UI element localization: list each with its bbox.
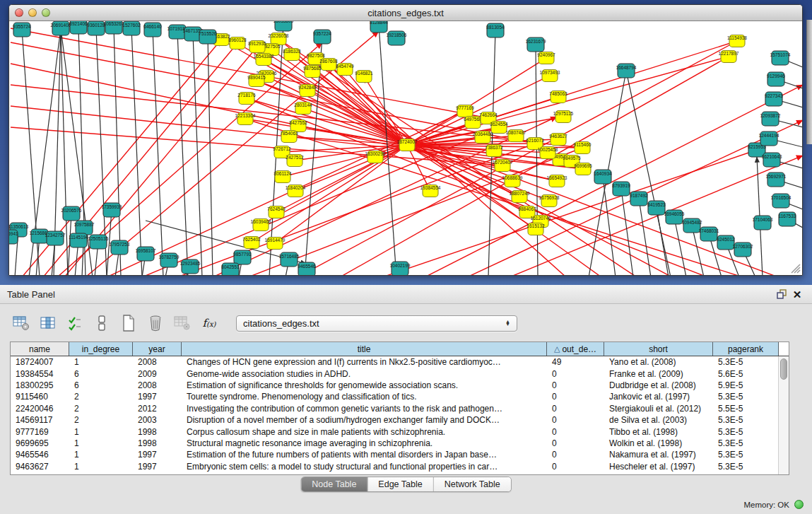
table-cell[interactable]: Investigating the contribution of common… bbox=[182, 404, 547, 414]
table-cell[interactable]: 9465546 bbox=[11, 450, 69, 460]
table-cell[interactable]: 5.3E-5 bbox=[713, 357, 779, 367]
column-header-short[interactable]: short bbox=[604, 342, 713, 356]
table-cell[interactable]: Dudbridge et al. (2008) bbox=[604, 380, 713, 390]
window-titlebar[interactable]: citations_edges.txt bbox=[9, 5, 802, 21]
black-edge[interactable] bbox=[626, 71, 671, 275]
table-cell[interactable]: de Silva et al. (2003) bbox=[604, 415, 713, 425]
delete-column-button[interactable] bbox=[146, 313, 165, 333]
table-cell[interactable]: 5.3E-5 bbox=[713, 438, 779, 448]
table-cell[interactable]: 1 bbox=[69, 438, 133, 448]
table-gear-button[interactable] bbox=[11, 313, 31, 333]
table-cell[interactable]: Estimation of the future numbers of pati… bbox=[182, 450, 547, 460]
table-cell[interactable]: 5.3E-5 bbox=[713, 415, 779, 425]
vertical-scrollbar[interactable] bbox=[778, 356, 789, 474]
black-edge[interactable] bbox=[153, 30, 163, 275]
network-canvas[interactable]: 1872400718300295193845542322605898275051… bbox=[9, 21, 802, 275]
table-cell[interactable]: Tibbo et al. (1998) bbox=[604, 427, 713, 437]
show-columns-button[interactable] bbox=[38, 313, 58, 333]
red-edge[interactable] bbox=[329, 64, 566, 275]
table-cell[interactable]: 0 bbox=[547, 438, 604, 448]
tab-node-table[interactable]: Node Table bbox=[301, 477, 367, 491]
table-cell[interactable]: 14569117 bbox=[11, 415, 69, 425]
table-cell[interactable]: 1997 bbox=[133, 450, 182, 460]
table-cell[interactable]: 9115460 bbox=[11, 392, 69, 402]
table-cell[interactable]: 0 bbox=[547, 450, 604, 460]
table-cell[interactable]: 0 bbox=[547, 415, 604, 425]
table-cell[interactable]: Yano et al. (2008) bbox=[604, 357, 713, 367]
column-header-title[interactable]: title bbox=[182, 342, 547, 356]
table-cell[interactable]: 5.3E-5 bbox=[713, 450, 779, 460]
tab-network-table[interactable]: Network Table bbox=[434, 477, 511, 491]
table-cell[interactable]: 2009 bbox=[133, 369, 182, 379]
table-cell[interactable]: 18724007 bbox=[11, 357, 69, 367]
table-row[interactable]: 946554611997Estimation of the future num… bbox=[11, 449, 789, 460]
window-resize-grip[interactable] bbox=[789, 262, 801, 274]
table-cell[interactable]: 49 bbox=[547, 357, 604, 367]
table-cell[interactable]: Stergiakouli et al. (2012) bbox=[604, 404, 713, 414]
column-header-pagerank[interactable]: pagerank bbox=[713, 342, 779, 356]
new-document-button[interactable] bbox=[119, 313, 139, 333]
table-cell[interactable]: 0 bbox=[547, 462, 604, 472]
red-edge[interactable] bbox=[245, 119, 743, 275]
table-cell[interactable]: 0 bbox=[547, 369, 604, 379]
minimize-window-icon[interactable] bbox=[28, 8, 37, 17]
red-edge[interactable] bbox=[382, 150, 757, 275]
table-cell[interactable]: 5.5E-5 bbox=[713, 404, 779, 414]
table-cell[interactable]: 19384554 bbox=[11, 369, 69, 379]
table-cell[interactable]: 1998 bbox=[133, 427, 182, 437]
table-cell[interactable]: Corpus callosum shape and size in male p… bbox=[182, 427, 547, 437]
table-cell[interactable]: 5.3E-5 bbox=[713, 392, 779, 402]
black-edge[interactable] bbox=[177, 32, 188, 275]
table-row[interactable]: 1872400712008Changes of HCN gene express… bbox=[11, 356, 789, 368]
table-row[interactable]: 946362711997Embryonic stem cells: a mode… bbox=[11, 461, 789, 472]
table-cell[interactable]: 2008 bbox=[133, 380, 182, 390]
column-header-name[interactable]: name bbox=[11, 342, 69, 356]
black-edge[interactable] bbox=[114, 27, 121, 275]
column-header-in_degree[interactable]: in_degree bbox=[69, 342, 133, 356]
tab-edge-table[interactable]: Edge Table bbox=[367, 477, 433, 491]
close-window-icon[interactable] bbox=[15, 8, 23, 17]
column-header-year[interactable]: year bbox=[133, 342, 182, 356]
table-selector-dropdown[interactable]: citations_edges.txt ▲▼ bbox=[236, 315, 517, 332]
column-domino-button[interactable] bbox=[92, 313, 112, 333]
table-cell[interactable]: Jankovic et al. (1997) bbox=[604, 392, 713, 402]
table-cell[interactable]: Structural magnetic resonance image aver… bbox=[182, 438, 547, 448]
red-edge[interactable] bbox=[252, 145, 407, 243]
table-cell[interactable]: 0 bbox=[547, 380, 604, 390]
table-row[interactable]: 1830029562008Estimation of significance … bbox=[11, 380, 789, 391]
table-cell[interactable]: Nakamura et al. (1997) bbox=[604, 450, 713, 460]
black-edge[interactable] bbox=[193, 34, 202, 275]
table-cell[interactable]: 0 bbox=[547, 404, 604, 414]
table-cell[interactable]: 2 bbox=[69, 404, 133, 414]
table-cell[interactable]: 9699695 bbox=[11, 438, 69, 448]
table-cell[interactable]: Estimation of significance thresholds fo… bbox=[182, 380, 547, 390]
table-row[interactable]: 969969511998Structural magnetic resonanc… bbox=[11, 438, 789, 449]
close-panel-button[interactable]: ✕ bbox=[789, 287, 805, 301]
function-builder-button[interactable]: f(x) bbox=[199, 313, 219, 333]
table-cell[interactable]: 1 bbox=[69, 357, 133, 367]
table-cell[interactable]: 2003 bbox=[133, 415, 182, 425]
table-cell[interactable]: 0 bbox=[547, 427, 604, 437]
table-cell[interactable]: 1998 bbox=[133, 438, 182, 448]
table-cell[interactable]: 1997 bbox=[133, 462, 182, 472]
table-cell[interactable]: 5.3E-5 bbox=[713, 462, 779, 472]
column-header-out_de[interactable]: △out_de… bbox=[547, 342, 604, 356]
red-edge[interactable] bbox=[177, 144, 535, 275]
table-row[interactable]: 1456911722003Disruption of a novel membe… bbox=[11, 414, 789, 426]
table-cell[interactable]: 6 bbox=[69, 369, 133, 379]
red-edge[interactable] bbox=[282, 145, 407, 152]
table-cell[interactable]: 1 bbox=[69, 450, 133, 460]
table-cell[interactable]: 2 bbox=[69, 415, 133, 425]
float-panel-button[interactable] bbox=[774, 287, 789, 301]
table-cell[interactable]: 22420046 bbox=[11, 404, 69, 414]
table-cell[interactable]: Genome-wide association studies in ADHD. bbox=[182, 369, 547, 379]
table-cell[interactable]: Franke et al. (2009) bbox=[604, 369, 713, 379]
black-edge[interactable] bbox=[208, 37, 213, 275]
table-row[interactable]: 911546021997Tourette syndrome. Phenomeno… bbox=[11, 391, 789, 402]
table-cell[interactable]: 1 bbox=[69, 462, 133, 472]
table-cell[interactable]: 18300295 bbox=[11, 380, 69, 390]
zoom-window-icon[interactable] bbox=[42, 8, 50, 17]
table-cell[interactable]: 0 bbox=[547, 392, 604, 402]
table-cell[interactable]: 5.6E-5 bbox=[713, 369, 779, 379]
table-row[interactable]: 977716911998Corpus callosum shape and si… bbox=[11, 426, 789, 437]
